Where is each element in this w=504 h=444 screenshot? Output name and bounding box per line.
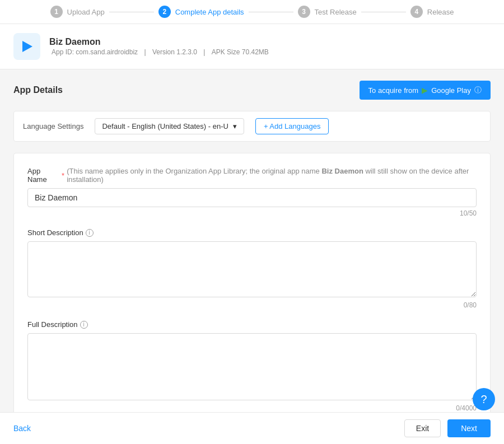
- chevron-down-icon: ▾: [233, 122, 237, 130]
- step-complete-details: 2 Complete App details: [158, 6, 244, 18]
- google-play-icon: ▶: [422, 86, 428, 95]
- full-desc-info-icon[interactable]: i: [80, 321, 88, 329]
- step-1-circle: 1: [50, 6, 63, 18]
- step-3-label: Test Release: [315, 8, 357, 16]
- step-3-circle: 3: [298, 6, 310, 18]
- step-2-circle: 2: [158, 6, 171, 18]
- help-icon: ?: [480, 393, 487, 406]
- step-2-label: Complete App details: [175, 8, 244, 16]
- step-release: 4 Release: [410, 6, 454, 18]
- short-desc-counter: 0/80: [27, 301, 477, 309]
- full-description-field: Full Description i 0/4000: [27, 320, 477, 412]
- footer: Back Exit Next: [0, 412, 504, 444]
- google-play-label: Google Play: [431, 86, 471, 95]
- back-button[interactable]: Back: [13, 424, 31, 433]
- app-info-bar: Biz Daemon App ID: com.sand.airdroidbiz …: [0, 24, 504, 69]
- step-connector-1: [109, 12, 154, 12]
- step-upload-app: 1 Upload App: [50, 6, 105, 18]
- language-settings-row: Language Settings Default - English (Uni…: [13, 111, 491, 142]
- app-name: Biz Daemon: [49, 37, 271, 47]
- step-1-label: Upload App: [67, 8, 105, 16]
- next-button[interactable]: Next: [447, 419, 491, 437]
- short-desc-info-icon[interactable]: i: [86, 229, 94, 237]
- section-header: App Details To acquire from ▶ Google Pla…: [13, 81, 491, 100]
- app-name-field: App Name * (This name applies only in th…: [27, 167, 477, 217]
- full-desc-counter: 0/4000: [27, 404, 477, 412]
- app-details-meta: App ID: com.sand.airdroidbiz | Version 1…: [49, 48, 271, 56]
- app-name-input[interactable]: [27, 188, 477, 207]
- short-desc-input[interactable]: [27, 241, 477, 297]
- main-content: App Details To acquire from ▶ Google Pla…: [0, 69, 504, 444]
- language-selected-value: Default - English (United States) - en-U: [102, 122, 228, 130]
- full-desc-input[interactable]: [27, 333, 477, 400]
- google-play-info-icon: ⓘ: [474, 85, 482, 95]
- footer-right: Exit Next: [404, 419, 491, 437]
- full-desc-label: Full Description i: [27, 320, 477, 329]
- step-4-label: Release: [427, 8, 454, 16]
- google-play-button[interactable]: To acquire from ▶ Google Play ⓘ: [360, 81, 491, 100]
- google-play-text: To acquire from: [368, 86, 419, 95]
- form-area: App Name * (This name applies only in th…: [13, 153, 491, 444]
- stepper: 1 Upload App 2 Complete App details 3 Te…: [0, 0, 504, 24]
- app-icon: [13, 33, 40, 60]
- step-connector-3: [361, 12, 406, 12]
- step-4-circle: 4: [410, 6, 423, 18]
- short-description-field: Short Description i 0/80: [27, 228, 477, 309]
- help-button[interactable]: ?: [473, 388, 495, 410]
- language-label: Language Settings: [23, 122, 83, 130]
- app-name-label: App Name * (This name applies only in th…: [27, 167, 477, 184]
- required-marker: *: [62, 171, 64, 180]
- app-meta: Biz Daemon App ID: com.sand.airdroidbiz …: [49, 37, 271, 56]
- short-desc-label: Short Description i: [27, 228, 477, 237]
- section-title: App Details: [13, 85, 63, 95]
- add-languages-button[interactable]: + Add Languages: [255, 118, 329, 134]
- app-name-note: (This name applies only in the Organizat…: [67, 167, 477, 184]
- step-test-release: 3 Test Release: [298, 6, 357, 18]
- step-connector-2: [249, 12, 293, 12]
- language-select-dropdown[interactable]: Default - English (United States) - en-U…: [95, 118, 244, 134]
- app-name-counter: 10/50: [27, 209, 477, 217]
- exit-button[interactable]: Exit: [404, 419, 441, 437]
